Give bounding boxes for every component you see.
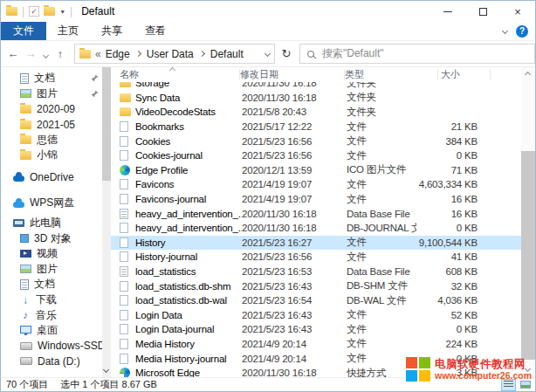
search-box[interactable]: 搜索"Default" <box>299 44 535 64</box>
table-row[interactable]: Cookies2021/5/23 16:56文件384 KB <box>111 134 521 148</box>
scroll-down-icon[interactable] <box>103 367 109 373</box>
file-type: DB-SHM 文件 <box>347 279 416 292</box>
sidebar-item-label: 此电脑 <box>30 216 61 230</box>
column-header-size[interactable]: 大小 <box>438 69 491 80</box>
sidebar-item-label: Windows-SSD ( <box>38 340 102 352</box>
sidebar-item[interactable]: 图片 <box>1 262 102 278</box>
sidebar-item[interactable]: 视频 <box>1 246 102 262</box>
file-name: VideoDecodeStats <box>135 107 242 117</box>
sidebar-item[interactable]: 文档 <box>1 277 102 292</box>
table-row[interactable]: History2021/5/23 16:27文件9,100,544 KB <box>111 236 521 251</box>
properties-check-icon[interactable]: ✓ <box>29 6 39 17</box>
maximize-button[interactable] <box>465 1 500 22</box>
table-row[interactable]: load_statistics2021/5/23 16:53Data Base … <box>111 265 521 279</box>
file-size: 384 KB <box>416 136 478 147</box>
breadcrumb-item[interactable]: Default <box>210 48 244 60</box>
file-date: 2021/5/23 16:54 <box>242 295 347 306</box>
table-row[interactable]: History-journal2021/5/23 16:56文件41 KB <box>111 250 521 265</box>
folder-icon <box>20 105 31 113</box>
forward-button[interactable]: → <box>22 47 39 60</box>
address-bar[interactable]: « Edge User Data Default <box>74 44 275 64</box>
file-name: Favicons-journal <box>135 194 242 204</box>
sidebar-item[interactable]: 此电脑 <box>1 216 102 231</box>
table-row[interactable]: Sync Data2020/11/30 16:18文件夹 <box>111 91 521 106</box>
table-row[interactable]: Storage2020/11/30 16:18文件夹 <box>111 82 521 91</box>
cloud2-icon <box>13 202 24 208</box>
file-icon <box>120 354 128 364</box>
table-row[interactable]: Favicons-journal2021/4/19 19:07文件16 KB <box>111 192 521 207</box>
breadcrumb-item[interactable]: Edge <box>106 48 130 60</box>
file-date: 2021/5/17 12:22 <box>242 121 347 132</box>
table-row[interactable]: Bookmarks2021/5/17 12:22文件21 KB <box>111 120 521 134</box>
sidebar-item[interactable]: 2020-09 <box>1 101 102 117</box>
table-row[interactable]: load_statistics.db-wal2021/5/23 16:54DB-… <box>111 293 521 308</box>
new-folder-icon[interactable] <box>44 7 55 16</box>
search-icon <box>307 51 314 58</box>
sidebar-item[interactable]: 文档 <box>1 71 102 86</box>
chevron-right-icon[interactable] <box>135 51 141 57</box>
table-row[interactable]: Edge Profile2020/12/1 13:59ICO 图片文件71 KB <box>111 163 521 178</box>
help-icon[interactable]: ? <box>516 25 528 38</box>
ribbon-tabs: 文件 主页 共享 查看 ? <box>1 22 535 41</box>
sidebar-item[interactable]: OneDrive <box>1 170 102 186</box>
up-button[interactable]: ↑ <box>52 47 69 60</box>
file-type: 文件 <box>347 236 416 249</box>
table-row[interactable]: heavy_ad_intervention_...2020/11/30 16:1… <box>111 221 521 236</box>
sidebar-item-label: 文档 <box>34 71 55 86</box>
close-button[interactable]: × <box>500 1 535 22</box>
navigation-pane: 文档图片2020-092021-05思德小锦OneDriveWPS网盘此电脑3D… <box>1 67 102 377</box>
address-dropdown-icon[interactable] <box>265 51 271 57</box>
qat-dropdown-icon[interactable]: ▼ <box>59 9 65 15</box>
breadcrumb-collapse[interactable]: « <box>95 48 101 60</box>
pin-icon <box>91 90 99 98</box>
table-row[interactable]: Media History2021/4/9 20:14文件224 KB <box>111 337 521 352</box>
file-name: Media History <box>135 339 242 349</box>
recent-locations-icon[interactable] <box>39 47 52 60</box>
table-row[interactable]: VideoDecodeStats2021/5/8 20:43文件夹 <box>111 105 521 120</box>
drive-icon <box>20 357 32 365</box>
scrollbar-thumb[interactable] <box>521 151 535 360</box>
chevron-right-icon[interactable] <box>199 51 205 57</box>
expand-ribbon-icon[interactable] <box>502 28 508 34</box>
db-icon <box>120 266 128 277</box>
sidebar-item-label: 图片 <box>37 86 58 101</box>
tab-home[interactable]: 主页 <box>46 22 90 40</box>
sidebar-item[interactable]: ♪音乐 <box>1 307 102 323</box>
sidebar-item[interactable]: Windows-SSD ( <box>1 339 102 354</box>
navigation-scrollbar[interactable] <box>102 67 111 377</box>
column-header-date[interactable]: 修改日期 <box>240 69 345 80</box>
scroll-up-icon[interactable] <box>525 72 531 78</box>
column-header-name[interactable]: 名称 <box>120 69 240 80</box>
tab-view[interactable]: 查看 <box>134 22 177 40</box>
table-row[interactable]: Login Data2021/5/23 16:43文件52 KB <box>111 308 521 323</box>
breadcrumb-item[interactable]: User Data <box>147 48 194 60</box>
table-row[interactable]: Login Data-journal2021/5/23 16:43文件0 KB <box>111 322 521 337</box>
tab-file[interactable]: 文件 <box>1 22 46 40</box>
column-header-type[interactable]: 类型 <box>345 69 438 80</box>
sidebar-item[interactable]: 3D 对象 <box>1 230 102 246</box>
table-row[interactable]: Favicons2021/4/19 19:07文件4,603,334 KB <box>111 177 521 192</box>
file-type: 文件 <box>347 149 416 162</box>
file-list-scrollbar[interactable] <box>521 67 535 377</box>
sidebar-item[interactable]: 小锦 <box>1 148 102 163</box>
table-row[interactable]: heavy_ad_intervention_...2020/11/30 16:1… <box>111 206 521 221</box>
minimize-button[interactable] <box>430 1 465 22</box>
sidebar-item[interactable]: ↓下载 <box>1 292 102 308</box>
sidebar-item[interactable]: 图片 <box>1 86 102 102</box>
tab-share[interactable]: 共享 <box>90 22 134 40</box>
table-row[interactable]: Cookies-journal2021/5/23 16:56文件0 KB <box>111 148 521 163</box>
table-row[interactable]: load_statistics.db-shm2021/5/23 16:43DB-… <box>111 279 521 293</box>
cube-icon <box>20 234 29 243</box>
sidebar-item[interactable]: 思德 <box>1 132 102 148</box>
back-button[interactable]: ← <box>4 47 22 60</box>
sidebar-item[interactable]: Data (D:) <box>1 354 102 369</box>
sidebar-item[interactable]: WPS网盘 <box>1 196 102 211</box>
refresh-button[interactable]: ↻ <box>275 47 298 60</box>
file-name: History <box>135 237 242 248</box>
sidebar-item[interactable]: 2021-05 <box>1 117 102 133</box>
sidebar-item[interactable]: 桌面 <box>1 323 102 339</box>
file-date: 2021/5/23 16:27 <box>242 237 347 248</box>
file-size: 224 KB <box>416 339 478 349</box>
scrollbar-thumb[interactable] <box>102 67 111 181</box>
watermark-url: www.computer26.com <box>435 370 532 381</box>
